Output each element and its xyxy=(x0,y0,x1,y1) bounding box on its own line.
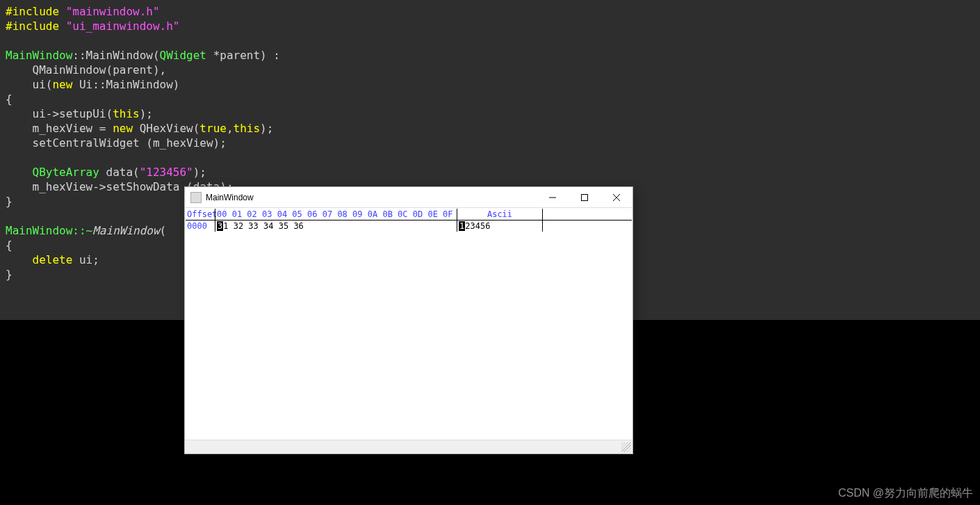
app-icon xyxy=(190,192,202,203)
row-bytes[interactable]: 31 32 33 34 35 36 xyxy=(215,221,457,232)
window-controls xyxy=(537,187,632,207)
titlebar[interactable]: MainWindow xyxy=(185,187,632,208)
row-offset: 0000 xyxy=(186,221,215,232)
ascii-cursor: 1 xyxy=(459,221,465,231)
header-offset: Offset xyxy=(186,209,215,220)
maximize-button[interactable] xyxy=(569,187,601,207)
main-window: MainWindow Offset 00 01 02 03 04 05 06 0… xyxy=(184,186,633,454)
hex-row[interactable]: 0000 31 32 33 34 35 36123456 xyxy=(186,221,632,232)
header-ascii: Ascii xyxy=(457,209,543,220)
header-bytes: 00 01 02 03 04 05 06 07 08 09 0A 0B 0C 0… xyxy=(215,209,457,220)
minimize-button[interactable] xyxy=(537,187,569,207)
row-ascii[interactable]: 123456 xyxy=(457,221,543,232)
resize-grip-icon[interactable] xyxy=(621,442,631,452)
statusbar xyxy=(185,440,632,454)
close-button[interactable] xyxy=(601,187,632,207)
svg-rect-1 xyxy=(582,194,588,200)
window-title: MainWindow xyxy=(206,193,537,202)
hex-view[interactable]: Offset 00 01 02 03 04 05 06 07 08 09 0A … xyxy=(185,208,632,440)
watermark: CSDN @努力向前爬的蜗牛 xyxy=(838,486,973,501)
hex-body: 0000 31 32 33 34 35 36123456 xyxy=(186,221,632,232)
hex-header-row: Offset 00 01 02 03 04 05 06 07 08 09 0A … xyxy=(186,209,632,221)
hex-cursor: 3 xyxy=(217,221,223,231)
